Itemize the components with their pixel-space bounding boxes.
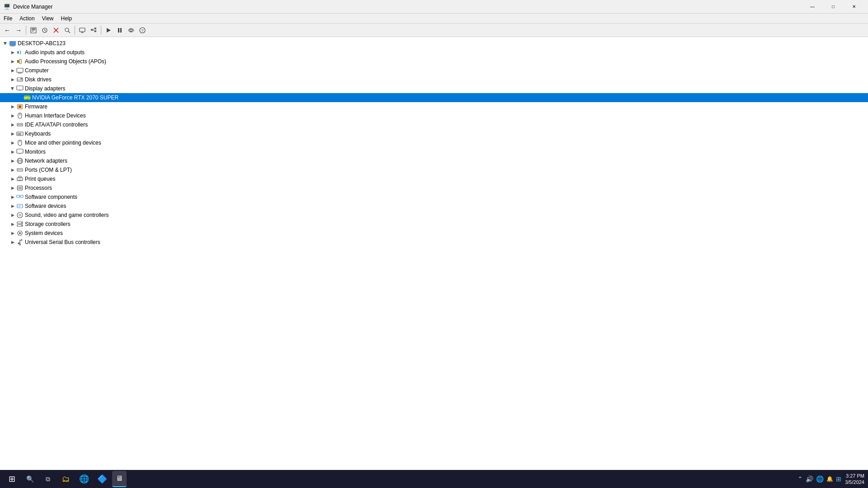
expand-arrow-2: ▶ bbox=[9, 67, 16, 74]
notification-area: ⌃ 🔊 🌐 🔔 ⊞ bbox=[797, 475, 841, 483]
display-device-button[interactable] bbox=[77, 25, 88, 36]
tree-item-ide-ata-atapi-controllers[interactable]: ▶IDE ATA/ATAPI controllers bbox=[0, 120, 868, 129]
svg-rect-50 bbox=[19, 133, 20, 134]
tree-item-network-adapters[interactable]: ▶Network adapters bbox=[0, 156, 868, 165]
menu-file[interactable]: File bbox=[0, 14, 16, 23]
volume-icon[interactable]: 🔊 bbox=[806, 475, 813, 483]
display-by-connection-button[interactable] bbox=[88, 25, 99, 36]
svg-point-20 bbox=[130, 29, 132, 31]
device-manager-taskbar-btn[interactable]: 🖥 bbox=[112, 471, 127, 487]
tree-item-firmware[interactable]: ▶Firmware bbox=[0, 102, 868, 111]
item-icon-3 bbox=[16, 76, 24, 83]
svg-rect-74 bbox=[17, 195, 19, 197]
item-label-13: Ports (COM & LPT) bbox=[25, 167, 72, 173]
chevron-up-icon[interactable]: ⌃ bbox=[797, 475, 803, 483]
tree-item-disk-drives[interactable]: ▶Disk drives bbox=[0, 75, 868, 84]
item-icon-10 bbox=[16, 139, 24, 146]
back-button[interactable]: ← bbox=[2, 25, 13, 36]
search-button[interactable]: 🔍 bbox=[22, 471, 38, 487]
svg-rect-26 bbox=[17, 51, 19, 54]
item-icon-16 bbox=[16, 193, 24, 201]
start-button[interactable]: ⊞ bbox=[4, 471, 20, 487]
svg-line-15 bbox=[93, 28, 94, 30]
minimize-button[interactable]: — bbox=[802, 0, 823, 14]
properties-button[interactable] bbox=[28, 25, 39, 36]
item-icon-18 bbox=[16, 211, 24, 219]
svg-rect-30 bbox=[18, 72, 22, 73]
tree-item-nvidia-geforce-rtx-2070-super[interactable]: ▶GPUNVIDIA GeForce RTX 2070 SUPER bbox=[0, 93, 868, 102]
tree-item-universal-serial-bus-controllers[interactable]: ▶Universal Serial Bus controllers bbox=[0, 238, 868, 247]
item-label-16: Software components bbox=[25, 194, 77, 200]
scan-hardware-button[interactable] bbox=[62, 25, 73, 36]
help-button[interactable]: ? bbox=[137, 25, 148, 36]
tree-item-print-queues[interactable]: ▶Print queues bbox=[0, 174, 868, 183]
maximize-button[interactable]: □ bbox=[823, 0, 844, 14]
disable-device-button[interactable] bbox=[114, 25, 125, 36]
menu-view[interactable]: View bbox=[38, 14, 57, 23]
taskbar: ⊞ 🔍 ⧉ 🗂 🌐 🔷 🖥 ⌃ 🔊 🌐 🔔 ⊞ 3:27 PM 3/5/2024 bbox=[0, 470, 868, 488]
file-explorer-taskbar-btn[interactable]: 🗂 bbox=[58, 471, 74, 487]
tree-item-audio-inputs-and-outputs[interactable]: ▶Audio inputs and outputs bbox=[0, 48, 868, 57]
uninstall-device-button[interactable] bbox=[51, 25, 61, 36]
root-label: DESKTOP-ABC123 bbox=[18, 40, 66, 47]
svg-rect-3 bbox=[32, 31, 34, 31]
expand-arrow-9: ▶ bbox=[9, 130, 16, 137]
tree-item-processors[interactable]: ▶Processors bbox=[0, 183, 868, 192]
edge-taskbar-btn[interactable]: 🌐 bbox=[76, 471, 92, 487]
tree-item-sound--video-and-game-controllers[interactable]: ▶Sound, video and game controllers bbox=[0, 211, 868, 220]
title-text: Device Manager bbox=[13, 4, 52, 10]
expand-arrow-14: ▶ bbox=[9, 175, 16, 183]
notification-bell-icon[interactable]: 🔔 bbox=[826, 476, 833, 482]
vscode-taskbar-btn[interactable]: 🔷 bbox=[94, 471, 110, 487]
item-icon-15 bbox=[16, 184, 24, 192]
svg-rect-2 bbox=[32, 30, 35, 30]
enable-device-button[interactable] bbox=[103, 25, 114, 36]
menu-help[interactable]: Help bbox=[57, 14, 76, 23]
tree-root[interactable]: ▶ DESKTOP-ABC123 bbox=[0, 39, 868, 48]
item-icon-8 bbox=[16, 121, 24, 128]
tree-item-software-components[interactable]: ▶Software components bbox=[0, 192, 868, 202]
item-icon-5: GPU bbox=[24, 94, 31, 101]
tree-item-software-devices[interactable]: ▶Software devices bbox=[0, 202, 868, 211]
tree-item-mice-and-other-pointing-devices[interactable]: ▶Mice and other pointing devices bbox=[0, 138, 868, 147]
tree-item-storage-controllers[interactable]: ▶Storage controllers bbox=[0, 220, 868, 229]
taskbar-right: ⌃ 🔊 🌐 🔔 ⊞ 3:27 PM 3/5/2024 bbox=[797, 473, 864, 486]
item-label-2: Computer bbox=[25, 67, 49, 74]
svg-rect-41 bbox=[19, 105, 21, 108]
item-icon-6 bbox=[16, 103, 24, 110]
forward-button[interactable]: → bbox=[13, 25, 24, 36]
update-driver-button[interactable] bbox=[39, 25, 50, 36]
svg-point-90 bbox=[19, 232, 21, 234]
svg-point-63 bbox=[19, 169, 20, 170]
tree-item-computer[interactable]: ▶Computer bbox=[0, 66, 868, 75]
close-button[interactable]: ✕ bbox=[844, 0, 864, 14]
svg-text:?: ? bbox=[141, 28, 143, 33]
tree-item-audio-processing-objects--apos-[interactable]: ▶Audio Processing Objects (APOs) bbox=[0, 57, 868, 66]
item-label-4: Display adapters bbox=[25, 85, 65, 92]
tree-item-keyboards[interactable]: ▶Keyboards bbox=[0, 129, 868, 138]
item-label-15: Processors bbox=[25, 185, 52, 191]
taskbar-left: ⊞ 🔍 ⧉ 🗂 🌐 🔷 🖥 bbox=[4, 471, 127, 487]
root-icon bbox=[9, 40, 16, 47]
item-icon-12 bbox=[16, 157, 24, 164]
network-icon[interactable]: 🌐 bbox=[816, 475, 824, 483]
expand-arrow-17: ▶ bbox=[9, 202, 16, 210]
show-hidden-devices-button[interactable] bbox=[126, 25, 137, 36]
tree-item-display-adapters[interactable]: ▶Display adapters bbox=[0, 84, 868, 93]
tree-items: ▶Audio inputs and outputs▶Audio Processi… bbox=[0, 48, 868, 247]
system-clock[interactable]: 3:27 PM 3/5/2024 bbox=[845, 473, 864, 486]
expand-arrow-12: ▶ bbox=[9, 157, 16, 164]
svg-rect-46 bbox=[19, 124, 20, 125]
tree-item-human-interface-devices[interactable]: ▶Human Interface Devices bbox=[0, 111, 868, 120]
item-icon-21 bbox=[16, 239, 24, 246]
tree-item-ports--com---lpt-[interactable]: ▶Ports (COM & LPT) bbox=[0, 165, 868, 174]
tree-item-monitors[interactable]: ▶Monitors bbox=[0, 147, 868, 156]
menu-action[interactable]: Action bbox=[16, 14, 38, 23]
svg-rect-48 bbox=[17, 132, 23, 136]
tree-item-system-devices[interactable]: ▶System devices bbox=[0, 229, 868, 238]
windows-icon[interactable]: ⊞ bbox=[836, 475, 841, 483]
svg-point-96 bbox=[19, 244, 21, 245]
svg-line-16 bbox=[93, 30, 94, 31]
task-view-button[interactable]: ⧉ bbox=[40, 471, 56, 487]
item-icon-17 bbox=[16, 202, 24, 210]
